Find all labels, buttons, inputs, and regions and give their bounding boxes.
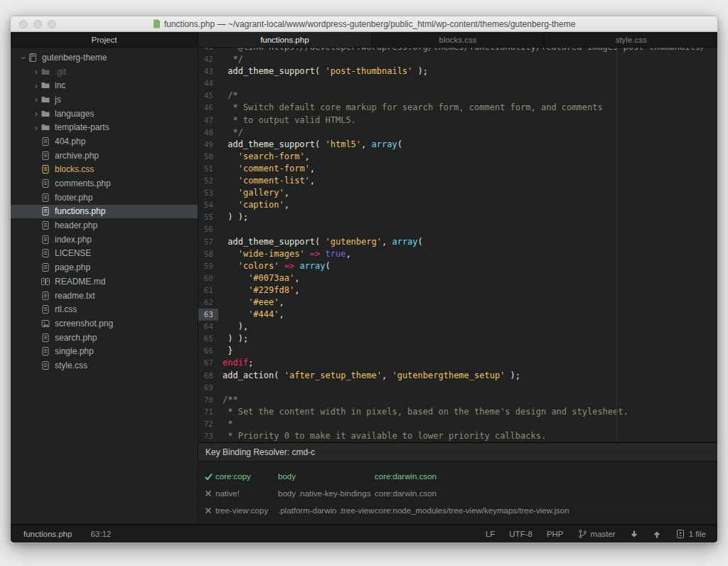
line-number: 72: [198, 418, 218, 430]
folder-icon: [41, 109, 50, 119]
code-line[interactable]: 70/**: [198, 394, 717, 406]
line-number: 69: [198, 382, 218, 394]
code-line[interactable]: 57 add_theme_support( 'gutenberg', array…: [198, 236, 717, 248]
titlebar: functions.php — ~/vagrant-local/www/word…: [11, 16, 717, 32]
code-line[interactable]: 41 * @link https://developer.wordpress.o…: [198, 48, 717, 53]
sidebar-item-comments-php[interactable]: comments.php: [11, 176, 198, 191]
code-line[interactable]: 49 add_theme_support( 'html5', array(: [198, 139, 717, 151]
code-line[interactable]: 60 '#0073aa',: [198, 272, 717, 284]
code-line[interactable]: 47 * to output valid HTML5.: [198, 114, 717, 127]
status-git-push[interactable]: [653, 530, 661, 539]
status-cursor-position[interactable]: 63:12: [90, 530, 111, 538]
keybinding-row-native: native!body .native-key-bindingscore:dar…: [198, 485, 717, 502]
code-line[interactable]: 58 'wide-images' => true,: [198, 248, 717, 260]
tab-bar: functions.phpblocks.cssstyle.css: [198, 32, 717, 47]
sidebar-item-readme-txt[interactable]: readme.txt: [11, 289, 198, 303]
keybinding-command: native!: [215, 489, 278, 498]
code-line[interactable]: 55 ) );: [198, 211, 717, 223]
sidebar-item-languages[interactable]: ›languages: [11, 107, 198, 121]
code-line[interactable]: 43 add_theme_support( 'post-thumbnails' …: [198, 65, 717, 78]
code-line[interactable]: 72 *: [198, 418, 717, 430]
code-line[interactable]: 51 'comment-form',: [198, 163, 717, 175]
file-icon: [41, 206, 50, 216]
code-line[interactable]: 73 * Priority 0 to make it available to …: [198, 430, 717, 442]
code-line[interactable]: 59 'colors' => array(: [198, 260, 717, 272]
sidebar-item-inc[interactable]: ›inc: [11, 78, 198, 92]
sidebar-item-404-php[interactable]: 404.php: [11, 134, 198, 149]
code-line[interactable]: 42 */: [198, 53, 717, 65]
code-line-text: * @link https://developer.wordpress.org/…: [218, 48, 705, 53]
sidebar-item-rtl-css[interactable]: rtl.css: [11, 302, 198, 316]
code-line[interactable]: 44: [198, 78, 717, 90]
sidebar-item-functions-php[interactable]: functions.php: [11, 205, 198, 219]
code-line[interactable]: 48 */: [198, 127, 717, 139]
code-line[interactable]: 62 '#eee',: [198, 297, 717, 309]
status-git-changed-files[interactable]: 1 file: [675, 529, 706, 539]
code-line[interactable]: 71 * Set the content width in pixels, ba…: [198, 406, 717, 418]
sidebar-item-search-php[interactable]: search.php: [11, 331, 198, 345]
code-line-text: add_theme_support( 'gutenberg', array(: [218, 236, 423, 248]
sidebar-item-label: single.php: [55, 346, 94, 356]
folder-icon: [41, 67, 50, 77]
code-line[interactable]: 50 'search-form',: [198, 151, 717, 163]
window-title: functions.php — ~/vagrant-local/www/word…: [153, 19, 576, 29]
status-bar: functions.php 63:12 LFUTF-8PHPmaster1 fi…: [11, 524, 717, 543]
tab-blocks-css[interactable]: blocks.css: [372, 32, 545, 47]
project-header: Project: [11, 32, 198, 47]
code-line[interactable]: 69: [198, 382, 717, 394]
status-git-pull[interactable]: [630, 530, 638, 539]
sidebar-item-archive-php[interactable]: archive.php: [11, 149, 198, 163]
code-line[interactable]: 68add_action( 'after_setup_theme', 'gute…: [198, 370, 717, 382]
sidebar-item-template-parts[interactable]: ›template-parts: [11, 120, 198, 134]
close-button[interactable]: [19, 20, 28, 28]
status-git-branch[interactable]: master: [578, 529, 616, 539]
sidebar-item-screenshot-png[interactable]: screenshot.png: [11, 316, 198, 331]
code-line-text: */: [218, 127, 243, 139]
sidebar-item-readme-md[interactable]: README.md: [11, 274, 198, 289]
sidebar-item-style-css[interactable]: style.css: [11, 358, 198, 373]
sidebar-item-index-php[interactable]: index.php: [11, 233, 198, 247]
sidebar-item-license[interactable]: LICENSE: [11, 247, 198, 261]
code-editor[interactable]: 41 * @link https://developer.wordpress.o…: [198, 48, 717, 442]
code-line[interactable]: 54 'caption',: [198, 199, 717, 211]
code-line[interactable]: 46 * Switch default core markup for sear…: [198, 102, 717, 114]
minimize-button[interactable]: [33, 20, 42, 28]
status-file-name[interactable]: functions.php: [23, 530, 72, 538]
line-number: 54: [198, 199, 218, 211]
keybinding-command: tree-view:copy: [215, 506, 278, 515]
line-number: 70: [198, 394, 218, 406]
code-line[interactable]: 67endif;: [198, 357, 717, 369]
status-grammar[interactable]: PHP: [547, 530, 564, 538]
sidebar-item-gutenberg-theme[interactable]: ›gutenberg-theme: [11, 50, 198, 65]
image-file-icon: [41, 319, 50, 329]
sidebar-item-blocks-css[interactable]: blocks.css: [11, 163, 198, 177]
tab-style-css[interactable]: style.css: [545, 32, 717, 47]
code-line[interactable]: 53 'gallery',: [198, 187, 717, 199]
status-line-ending[interactable]: LF: [486, 530, 495, 538]
sidebar-item-js[interactable]: ›js: [11, 92, 198, 107]
sidebar-item-single-php[interactable]: single.php: [11, 344, 198, 358]
code-line[interactable]: 66 }: [198, 345, 717, 357]
status-encoding[interactable]: UTF-8: [509, 530, 532, 538]
sidebar-item-label: js: [55, 95, 61, 105]
sidebar-item-git[interactable]: ›.git: [11, 65, 198, 79]
code-line[interactable]: 65 ) );: [198, 333, 717, 345]
sidebar-item-footer-php[interactable]: footer.php: [11, 191, 198, 205]
chevron-right-icon: ›: [32, 109, 41, 118]
line-number: 51: [198, 163, 218, 175]
content: ›gutenberg-theme›.git›inc›js›languages›t…: [11, 48, 717, 524]
zoom-button[interactable]: [48, 20, 56, 28]
keybinding-selector: body: [278, 472, 375, 481]
code-line[interactable]: 63 '#444',: [198, 309, 717, 321]
sidebar-item-page-php[interactable]: page.php: [11, 260, 198, 274]
tab-functions-php[interactable]: functions.php: [198, 32, 372, 47]
code-line[interactable]: 61 '#229fd8',: [198, 284, 717, 297]
code-line-text: * to output valid HTML5.: [218, 114, 356, 127]
code-line[interactable]: 52 'comment-list',: [198, 175, 717, 187]
code-line[interactable]: 64 ),: [198, 321, 717, 333]
code-line-text: * Switch default core markup for search …: [218, 102, 603, 114]
code-line[interactable]: 45 /*: [198, 90, 717, 102]
line-number: 48: [198, 127, 218, 139]
sidebar-item-header-php[interactable]: header.php: [11, 218, 198, 233]
code-line[interactable]: 56: [198, 223, 717, 235]
